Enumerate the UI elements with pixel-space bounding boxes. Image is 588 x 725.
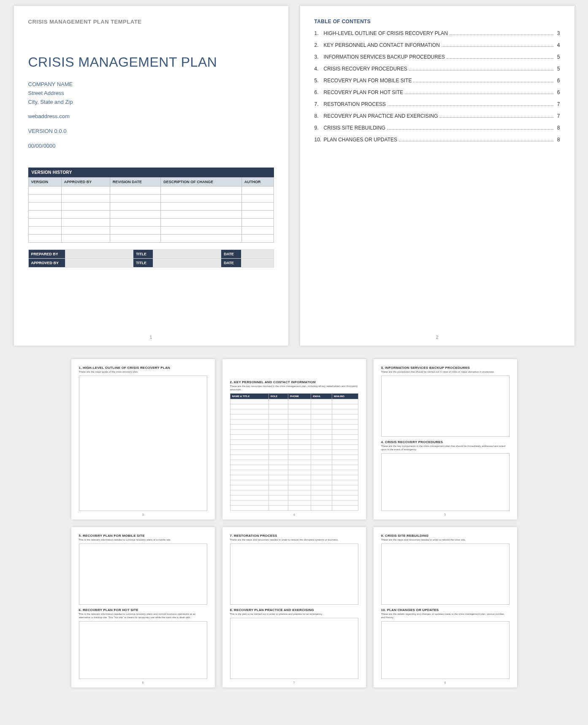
- contact-row[interactable]: [230, 399, 358, 404]
- company-name: COMPANY NAME: [28, 80, 274, 89]
- doc-date: 00/00/0000: [28, 142, 274, 151]
- main-title: CRISIS MANAGEMENT PLAN: [28, 54, 274, 70]
- prepared-by-value[interactable]: [65, 249, 133, 258]
- approved-title-value[interactable]: [153, 258, 221, 267]
- contact-row[interactable]: [230, 424, 358, 429]
- toc-header: TABLE OF CONTENTS: [314, 19, 560, 24]
- company-meta: COMPANY NAME Street Address City, State …: [28, 80, 274, 151]
- s7-content-box[interactable]: [230, 544, 358, 605]
- approved-by-value[interactable]: [65, 258, 133, 267]
- page-number: 2: [436, 335, 439, 340]
- page-number: 5: [444, 513, 446, 516]
- page-7: 7. RESTORATION PROCESS These are the ste…: [222, 527, 366, 687]
- toc-num: 4.: [314, 66, 324, 72]
- contact-row[interactable]: [230, 465, 358, 470]
- toc-entry[interactable]: 9.CRISIS SITE REBUILDING8: [314, 125, 560, 131]
- s8-sub: This is the plan to be carried out in or…: [230, 613, 358, 616]
- contact-row[interactable]: [230, 490, 358, 495]
- s5-sub: This is the relevant information needed …: [79, 538, 207, 542]
- s10-title: 10. PLAN CHANGES OR UPDATES: [381, 608, 509, 612]
- s4-content-box[interactable]: [381, 453, 509, 511]
- contact-row[interactable]: [230, 444, 358, 449]
- s6-sub: This is the relevant information needed …: [79, 613, 207, 619]
- page-number: 8: [444, 681, 446, 684]
- page-6: 5. RECOVERY PLAN FOR MOBILE SITE This is…: [71, 527, 215, 687]
- s9-content-box[interactable]: [381, 544, 509, 605]
- toc-dots: [439, 117, 553, 118]
- version-history-table: VERSIONAPPROVED BYREVISION DATEDESCRIPTI…: [28, 177, 274, 243]
- s4-sub: These are the key components in the cris…: [381, 445, 509, 452]
- company-web: webaddress.com: [28, 112, 274, 121]
- vh-row[interactable]: [28, 202, 274, 210]
- prepared-date-value[interactable]: [241, 249, 274, 258]
- toc-dots: [413, 82, 553, 82]
- contact-row[interactable]: [230, 460, 358, 465]
- toc-title: RESTORATION PROCESS: [324, 101, 386, 107]
- contact-row[interactable]: [230, 409, 358, 414]
- contact-row[interactable]: [230, 495, 358, 500]
- contact-row[interactable]: [230, 480, 358, 485]
- vh-row[interactable]: [28, 226, 274, 234]
- page-number: 3: [142, 513, 144, 516]
- title-label-2: TITLE: [133, 258, 153, 267]
- s2-sub: These are the key resources involved in …: [230, 385, 358, 392]
- vh-row[interactable]: [28, 186, 274, 194]
- s3-content-box[interactable]: [381, 376, 509, 437]
- doc-version: VERSION 0.0.0: [28, 127, 274, 136]
- page-5: 3. INFORMATION SERVICES BACKUP PROCEDURE…: [374, 359, 517, 519]
- vh-row[interactable]: [28, 234, 274, 242]
- toc-num: 8.: [314, 113, 324, 119]
- toc-entry[interactable]: 3.INFORMATION SERVICES BACKUP PROCEDURES…: [314, 54, 560, 60]
- s6-content-box[interactable]: [79, 621, 207, 679]
- contact-row[interactable]: [230, 500, 358, 505]
- page-number: 4: [293, 513, 295, 516]
- page-number: 1: [150, 335, 152, 340]
- toc-entry[interactable]: 6.RECOVERY PLAN FOR HOT SITE6: [314, 89, 560, 95]
- s5-content-box[interactable]: [79, 544, 207, 605]
- s1-sub: These are the major goals of the crisis …: [79, 371, 207, 374]
- toc-entry[interactable]: 10.PLAN CHANGES OR UPDATES8: [314, 137, 560, 143]
- contact-row[interactable]: [230, 429, 358, 434]
- toc-entry[interactable]: 1.HIGH-LEVEL OUTLINE OF CRISIS RECOVERY …: [314, 30, 560, 36]
- page-8: 9. CRISIS SITE REBUILDING These are the …: [374, 527, 517, 687]
- contact-row[interactable]: [230, 470, 358, 475]
- s10-content-box[interactable]: [381, 621, 509, 679]
- vh-row[interactable]: [28, 210, 274, 218]
- toc-num: 9.: [314, 125, 324, 131]
- approved-date-value[interactable]: [241, 258, 274, 267]
- contact-row[interactable]: [230, 449, 358, 454]
- contact-row[interactable]: [230, 485, 358, 490]
- toc-num: 5.: [314, 78, 324, 84]
- s7-sub: These are the steps and resources needed…: [230, 538, 358, 542]
- toc-title: INFORMATION SERVICES BACKUP PROCEDURES: [324, 54, 445, 60]
- prepared-by-label: PREPARED BY: [28, 249, 65, 258]
- s6-title: 6. RECOVERY PLAN FOR HOT SITE: [79, 608, 207, 612]
- toc-page: 5: [555, 66, 560, 72]
- vh-row[interactable]: [28, 218, 274, 226]
- toc-num: 6.: [314, 89, 324, 95]
- vh-col-header: REVISION DATE: [110, 177, 161, 186]
- contact-row[interactable]: [230, 505, 358, 510]
- toc-num: 7.: [314, 101, 324, 107]
- contact-row[interactable]: [230, 434, 358, 439]
- contact-row[interactable]: [230, 419, 358, 424]
- toc-dots: [409, 70, 553, 70]
- s1-content-box[interactable]: [79, 376, 207, 511]
- contact-row[interactable]: [230, 454, 358, 460]
- contact-row[interactable]: [230, 439, 358, 444]
- contact-row[interactable]: [230, 414, 358, 419]
- toc-entry[interactable]: 2.KEY PERSONNEL AND CONTACT INFORMATION4: [314, 42, 560, 48]
- s8-content-box[interactable]: [230, 618, 358, 679]
- vh-col-header: APPROVED BY: [61, 177, 110, 186]
- contact-row[interactable]: [230, 475, 358, 480]
- vh-row[interactable]: [28, 194, 274, 202]
- s7-title: 7. RESTORATION PROCESS: [230, 534, 358, 538]
- toc-entry[interactable]: 8.RECOVERY PLAN PRACTICE AND EXERCISING7: [314, 113, 560, 119]
- toc-entry[interactable]: 4.CRISIS RECOVERY PROCEDURES5: [314, 66, 560, 72]
- toc-entry[interactable]: 7.RESTORATION PROCESS7: [314, 101, 560, 107]
- toc-page: 8: [555, 125, 560, 131]
- toc-entry[interactable]: 5.RECOVERY PLAN FOR MOBILE SITE6: [314, 78, 560, 84]
- prepared-title-value[interactable]: [153, 249, 221, 258]
- toc-title: KEY PERSONNEL AND CONTACT INFORMATION: [324, 42, 440, 48]
- contact-row[interactable]: [230, 404, 358, 409]
